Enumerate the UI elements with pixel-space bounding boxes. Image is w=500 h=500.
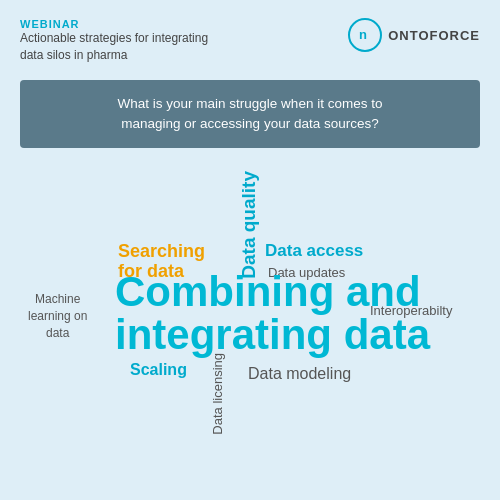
word-data-licensing: Data licensing	[210, 353, 225, 435]
word-data-access: Data access	[265, 241, 363, 261]
word-data-modeling: Data modeling	[248, 365, 351, 383]
question-banner: What is your main struggle when it comes…	[20, 80, 480, 149]
header-left: WEBINAR Actionable strategies for integr…	[20, 18, 208, 64]
word-scaling: Scaling	[130, 361, 187, 379]
header-subtitle: Actionable strategies for integrating da…	[20, 30, 208, 64]
word-cloud: Data quality Searching for data Data acc…	[0, 153, 500, 473]
logo-text: ONTOFORCE	[388, 28, 480, 43]
page-header: WEBINAR Actionable strategies for integr…	[0, 0, 500, 72]
word-machine-learning: Machine learning on data	[28, 291, 87, 341]
word-integrating: integrating data	[115, 311, 430, 359]
word-interoperability: Interoperabilty	[370, 303, 452, 318]
webinar-label: WEBINAR	[20, 18, 208, 30]
logo-area: n ONTOFORCE	[348, 18, 480, 52]
word-searching: Searching	[118, 241, 205, 262]
logo-icon: n	[348, 18, 382, 52]
svg-text:n: n	[359, 27, 367, 42]
word-data-quality: Data quality	[238, 171, 260, 279]
